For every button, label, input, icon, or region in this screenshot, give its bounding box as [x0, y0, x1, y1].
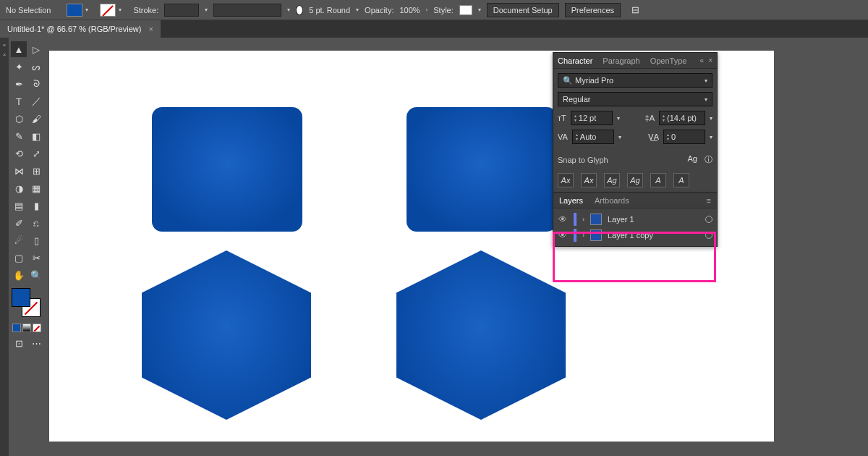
fill-color-front[interactable]: [12, 288, 30, 307]
glyph-angular-icon[interactable]: A: [650, 173, 666, 187]
shape-builder-tool[interactable]: ◑: [11, 180, 27, 196]
chevron-down-icon[interactable]: ▾: [710, 134, 712, 140]
stepper-icon[interactable]: ▴▾: [574, 114, 576, 122]
eyedropper-tool[interactable]: ✐: [11, 215, 27, 231]
layer-name[interactable]: Layer 1: [608, 215, 699, 224]
hexagon-shape[interactable]: [142, 250, 311, 420]
mesh-tool[interactable]: ▤: [11, 198, 27, 214]
close-icon[interactable]: ×: [708, 56, 712, 64]
brush-dot-icon: [296, 5, 303, 15]
color-mode-icon[interactable]: [12, 324, 21, 332]
artboard-tool[interactable]: ▢: [11, 250, 27, 266]
width-tool[interactable]: ⋈: [11, 163, 27, 179]
type-tool[interactable]: T: [11, 93, 27, 109]
free-transform-tool[interactable]: ⊞: [28, 163, 44, 179]
glyph-xheight-icon[interactable]: Ax: [581, 173, 597, 187]
line-tool[interactable]: ／: [28, 93, 44, 109]
fill-stroke-indicator[interactable]: [12, 288, 43, 317]
stepper-icon[interactable]: ▴▾: [576, 132, 578, 141]
zoom-tool[interactable]: 🔍: [28, 267, 44, 283]
hexagon-shape[interactable]: [396, 250, 566, 420]
tab-character[interactable]: Character: [558, 56, 592, 65]
tab-opentype[interactable]: OpenType: [650, 56, 687, 65]
layer-row[interactable]: 👁 › Layer 1 copy: [553, 227, 717, 243]
magic-wand-tool[interactable]: ✦: [11, 59, 27, 75]
visibility-toggle-icon[interactable]: 👁: [558, 230, 568, 240]
tracking-field[interactable]: ▴▾ 0: [663, 130, 705, 144]
rectangle-tool[interactable]: ⬡: [11, 111, 27, 127]
shaper-tool[interactable]: ✎: [11, 128, 27, 144]
stroke-weight-field[interactable]: [164, 4, 199, 17]
panel-menu-icon[interactable]: ≡: [707, 196, 711, 205]
close-icon[interactable]: ×: [3, 51, 7, 58]
chevron-down-icon[interactable]: ▾: [617, 115, 620, 122]
chevron-right-icon[interactable]: ›: [426, 7, 428, 13]
opacity-value[interactable]: 100%: [399, 6, 420, 14]
expand-icon[interactable]: ›: [582, 232, 584, 239]
collapse-icon[interactable]: «: [3, 42, 6, 48]
document-tab[interactable]: Untitled-1* @ 66.67 % (RGB/Preview) ×: [0, 20, 161, 38]
pen-tool[interactable]: ✒: [11, 76, 27, 92]
rounded-rectangle-shape[interactable]: [152, 107, 302, 232]
gradient-mode-icon[interactable]: [22, 324, 31, 332]
layer-target-icon[interactable]: [705, 216, 712, 223]
symbol-sprayer-tool[interactable]: ☄: [11, 232, 27, 248]
layer-row[interactable]: 👁 › Layer 1: [553, 211, 717, 227]
glyph-anchor-icon[interactable]: A: [673, 173, 689, 187]
direct-selection-tool[interactable]: ▷: [28, 41, 44, 57]
tab-paragraph[interactable]: Paragraph: [603, 56, 639, 65]
layer-target-icon[interactable]: [705, 232, 712, 239]
paintbrush-tool[interactable]: 🖌: [28, 111, 44, 127]
brush-label[interactable]: 5 pt. Round: [309, 6, 350, 14]
perspective-tool[interactable]: ▦: [28, 180, 44, 196]
close-tab-icon[interactable]: ×: [148, 25, 153, 33]
glyph-bounds-icon[interactable]: Ag: [604, 173, 620, 187]
style-swatch[interactable]: [459, 5, 472, 15]
collapse-icon[interactable]: «: [700, 56, 705, 64]
hand-tool[interactable]: ✋: [11, 267, 27, 283]
font-style-dropdown[interactable]: Regular ▾: [558, 92, 712, 106]
expand-icon[interactable]: ›: [582, 216, 584, 223]
kerning-field[interactable]: ▴▾ Auto: [572, 130, 614, 144]
snap-settings-icon[interactable]: Ag: [688, 154, 697, 165]
tab-layers[interactable]: Layers: [559, 196, 583, 205]
chevron-down-icon[interactable]: ▾: [287, 7, 290, 13]
info-icon[interactable]: ⓘ: [705, 154, 712, 165]
chevron-down-icon[interactable]: ▾: [478, 7, 481, 13]
screen-mode-icon[interactable]: ⊡: [11, 335, 27, 351]
leading-field[interactable]: ▴▾ (14.4 pt): [659, 111, 705, 125]
rounded-rectangle-shape[interactable]: [407, 107, 557, 232]
chevron-down-icon[interactable]: ▾: [710, 115, 712, 122]
none-mode-icon[interactable]: [33, 324, 41, 332]
glyph-baseline-icon[interactable]: Ax: [558, 173, 574, 187]
fill-swatch[interactable]: ▾: [67, 4, 82, 17]
tab-artboards[interactable]: Artboards: [595, 196, 629, 205]
stroke-swatch[interactable]: ▾: [100, 4, 116, 17]
curvature-tool[interactable]: ᘐ: [28, 76, 44, 92]
align-icon[interactable]: ⊟: [627, 2, 643, 18]
stepper-icon[interactable]: ▴▾: [663, 114, 665, 122]
layer-name[interactable]: Layer 1 copy: [608, 231, 699, 240]
selection-tool[interactable]: ▲: [11, 41, 27, 57]
stepper-icon[interactable]: ▴▾: [667, 132, 669, 141]
slice-tool[interactable]: ✂: [28, 250, 44, 266]
scale-tool[interactable]: ⤢: [28, 145, 44, 161]
rotate-tool[interactable]: ⟲: [11, 145, 27, 161]
blend-tool[interactable]: ⎌: [28, 215, 44, 231]
chevron-down-icon[interactable]: ▾: [205, 7, 208, 13]
edit-toolbar-icon[interactable]: ⋯: [28, 335, 44, 351]
font-family-dropdown[interactable]: 🔍 Myriad Pro ▾: [558, 73, 712, 88]
visibility-toggle-icon[interactable]: 👁: [558, 214, 568, 224]
document-setup-button[interactable]: Document Setup: [487, 3, 559, 17]
graph-tool[interactable]: ▯: [28, 232, 44, 248]
chevron-down-icon[interactable]: ▾: [618, 134, 621, 140]
lasso-tool[interactable]: ᔕ: [28, 59, 44, 75]
gradient-tool[interactable]: ▮: [28, 198, 44, 214]
glyph-proximity-icon[interactable]: Ag: [627, 173, 643, 187]
profile-field[interactable]: [213, 4, 281, 17]
panel-collapse-strip[interactable]: « ×: [0, 38, 9, 456]
font-size-field[interactable]: ▴▾ 12 pt: [571, 111, 613, 125]
chevron-down-icon[interactable]: ▾: [356, 7, 359, 13]
preferences-button[interactable]: Preferences: [565, 3, 621, 17]
eraser-tool[interactable]: ◧: [28, 128, 44, 144]
